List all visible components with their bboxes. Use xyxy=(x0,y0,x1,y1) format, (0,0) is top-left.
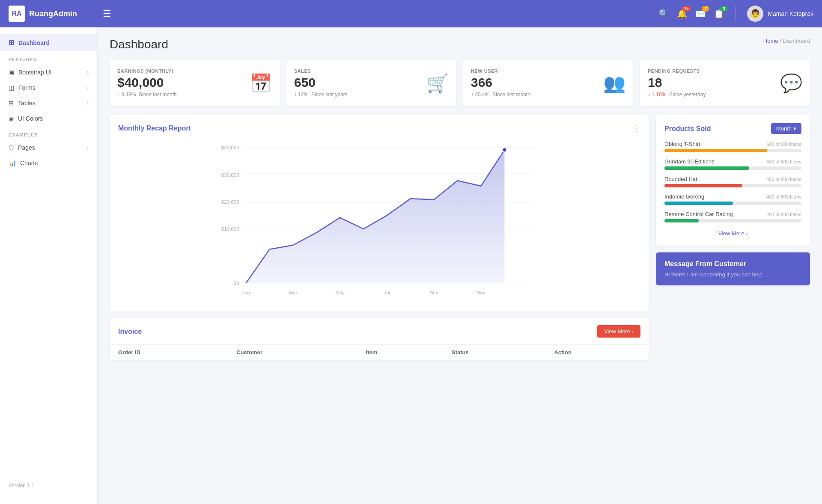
sales-pct: 12% xyxy=(298,92,308,98)
chevron-right-icon: › xyxy=(87,85,89,91)
breadcrumb-home[interactable]: Home xyxy=(763,38,778,44)
message-from-customer-card[interactable]: Message From Customer Hi there! I am won… xyxy=(656,252,810,285)
product-count: 600 of 800 Items xyxy=(766,142,801,147)
sidebar: ⊞ Dashboard FEATURES ▣ Bootstrap UI › ◫ … xyxy=(0,27,98,504)
earnings-label: EARNINGS (MONTHLY) xyxy=(117,68,177,74)
earnings-value: $40,000 xyxy=(117,75,177,90)
product-count: 500 of 800 Items xyxy=(766,159,801,164)
svg-text:Jul: Jul xyxy=(384,290,390,295)
products-view-more[interactable]: View More › xyxy=(718,230,748,237)
sales-trend-text: Since last years xyxy=(311,92,348,98)
progress-bar xyxy=(664,149,767,152)
sidebar-section-features: FEATURES xyxy=(0,51,97,65)
page-header: Dashboard Home / Dashboard xyxy=(110,38,810,51)
chart-options-button[interactable]: ⋮ xyxy=(632,123,640,133)
stat-card-new-user: NEW USER 366 ↑ 20.4% Since last month 👥 xyxy=(463,60,633,106)
messages-button[interactable]: ✉️ 2 xyxy=(695,9,706,19)
sidebar-item-tables[interactable]: ⊟ Tables › xyxy=(0,95,97,111)
chart-title: Monthly Recap Report xyxy=(118,125,191,132)
sidebar-tables-label: Tables xyxy=(18,100,35,107)
sidebar-item-forms[interactable]: ◫ Forms › xyxy=(0,80,97,95)
month-filter-label: Month xyxy=(776,125,792,132)
page-title: Dashboard xyxy=(110,38,168,51)
forms-icon: ◫ xyxy=(9,84,14,91)
col-action: Action xyxy=(545,345,649,360)
svg-text:$40,000: $40,000 xyxy=(221,145,239,150)
progress-background xyxy=(664,166,801,170)
sidebar-section-examples: EXAMPLES xyxy=(0,126,97,140)
search-button[interactable]: 🔍 xyxy=(658,9,669,19)
new-user-trend-icon: ↑ xyxy=(471,92,474,98)
nav-divider xyxy=(736,6,736,21)
progress-bar xyxy=(664,219,699,222)
product-name: Oblong T-Shirt xyxy=(664,141,700,147)
sidebar-version: Version 1.1 xyxy=(0,474,97,497)
stat-card-earnings: EARNINGS (MONTHLY) $40,000 ↑ 3.48% Since… xyxy=(110,60,280,106)
notifications-button[interactable]: 🔔 3+ xyxy=(677,9,688,19)
sidebar-ui-colors-label: UI Colors xyxy=(18,115,43,122)
progress-background xyxy=(664,202,801,205)
col-item: Item xyxy=(357,345,443,360)
sidebar-item-pages[interactable]: ⬡ Pages › xyxy=(0,140,97,155)
message-preview: Hi there! I am wondering if you can help… xyxy=(664,271,801,278)
pages-icon: ⬡ xyxy=(9,144,14,151)
sidebar-charts-label: Charts xyxy=(20,160,38,166)
breadcrumb: Home / Dashboard xyxy=(763,38,810,44)
new-user-pct: 20.4% xyxy=(475,92,489,98)
sales-trend-icon: ↑ xyxy=(294,92,297,98)
right-panel: Products Sold Month ▾ Oblong T-Shirt 600… xyxy=(656,115,810,360)
svg-text:$30,000: $30,000 xyxy=(221,172,239,178)
earnings-pct: 3.48% xyxy=(121,92,136,98)
product-item: Indomie Goreng 400 of 800 Items xyxy=(664,193,801,205)
chat-icon: 💬 xyxy=(780,73,802,94)
sidebar-item-charts[interactable]: 📊 Charts xyxy=(0,155,97,171)
tasks-badge: 3 xyxy=(720,6,728,12)
stat-card-pending: PENDING REQUESTS 18 ↓ 1.10% Since yester… xyxy=(640,60,810,106)
users-icon: 👥 xyxy=(603,73,625,94)
sidebar-item-ui-colors[interactable]: ◉ UI Colors xyxy=(0,111,97,126)
tasks-button[interactable]: 📋 3 xyxy=(714,9,724,19)
products-list: Oblong T-Shirt 600 of 800 Items Gundam 9… xyxy=(664,141,801,222)
sidebar-item-bootstrap-ui[interactable]: ▣ Bootstrap UI › xyxy=(0,65,97,80)
pending-label: PENDING REQUESTS xyxy=(648,68,706,74)
progress-bar xyxy=(664,166,749,170)
breadcrumb-current: Dashboard xyxy=(783,38,810,44)
svg-text:May: May xyxy=(335,290,345,295)
product-count: 455 of 800 Items xyxy=(766,177,801,182)
pending-pct: 1.10% xyxy=(652,92,666,98)
user-name: Maman Ketoprak xyxy=(768,10,813,17)
user-menu[interactable]: 👨 Maman Ketoprak xyxy=(747,6,813,22)
search-icon: 🔍 xyxy=(658,9,669,18)
product-name: Remote Control Car Racing xyxy=(664,211,733,217)
invoice-section: Invoice View More › Order ID Customer It… xyxy=(110,318,649,360)
svg-text:$10,000: $10,000 xyxy=(221,226,239,231)
hamburger-menu[interactable]: ☰ xyxy=(103,8,111,19)
chart-header: Monthly Recap Report ⋮ xyxy=(118,123,640,133)
sidebar-forms-label: Forms xyxy=(18,84,36,91)
ui-colors-icon: ◉ xyxy=(9,115,14,122)
left-column: Monthly Recap Report ⋮ $40,000 xyxy=(110,115,649,360)
progress-background xyxy=(664,219,801,222)
sidebar-item-dashboard[interactable]: ⊞ Dashboard xyxy=(0,34,97,51)
products-title: Products Sold xyxy=(664,125,711,133)
svg-point-12 xyxy=(502,148,507,152)
product-item: Oblong T-Shirt 600 of 800 Items xyxy=(664,141,801,152)
stat-cards: EARNINGS (MONTHLY) $40,000 ↑ 3.48% Since… xyxy=(110,60,810,106)
charts-icon: 📊 xyxy=(9,160,16,166)
stat-card-sales: SALES 650 ↑ 12% Since last years 🛒 xyxy=(286,60,456,106)
svg-text:$20,000: $20,000 xyxy=(221,199,239,205)
month-filter-button[interactable]: Month ▾ xyxy=(771,123,801,134)
sidebar-bootstrap-label: Bootstrap UI xyxy=(18,69,52,76)
invoice-table: Order ID Customer Item Status Action xyxy=(110,344,649,360)
notifications-badge: 3+ xyxy=(682,6,691,12)
invoice-view-more-button[interactable]: View More › xyxy=(597,325,640,338)
chevron-right-icon: › xyxy=(87,145,89,151)
svg-text:Nov: Nov xyxy=(477,290,485,295)
progress-background xyxy=(664,149,801,152)
pending-sub: ↓ 1.10% Since yesterday xyxy=(648,92,706,98)
brand-logo: RA xyxy=(9,6,25,22)
new-user-sub: ↑ 20.4% Since last month xyxy=(471,92,530,98)
chevron-down-icon: ▾ xyxy=(793,125,796,132)
progress-bar xyxy=(664,202,733,205)
sidebar-pages-label: Pages xyxy=(18,144,35,151)
